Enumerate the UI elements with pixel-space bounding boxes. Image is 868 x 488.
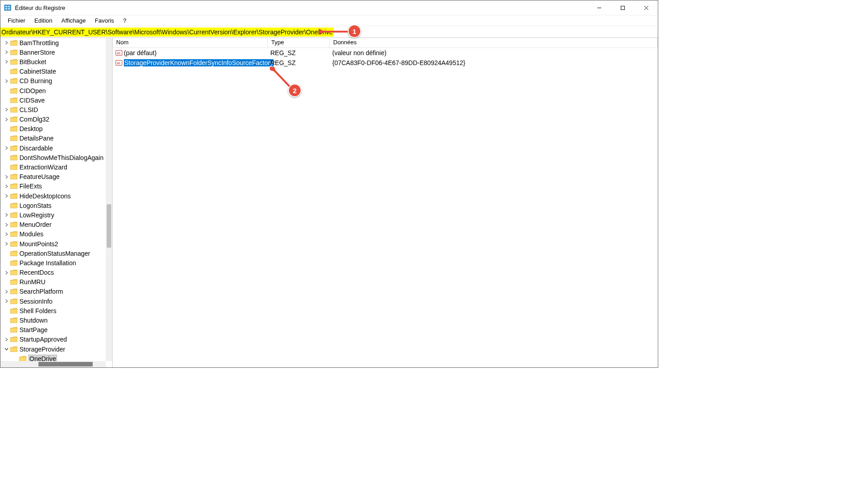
tree-node[interactable]: MenuOrder — [0, 220, 106, 230]
chevron-right-icon[interactable] — [3, 107, 9, 113]
col-data[interactable]: Données — [330, 38, 658, 47]
folder-icon — [10, 183, 18, 189]
chevron-right-icon[interactable] — [3, 49, 9, 56]
tree-node[interactable]: ExtractionWizard — [0, 162, 106, 172]
expander-placeholder — [3, 279, 9, 285]
tree-node[interactable]: DetailsPane — [0, 134, 106, 143]
tree-pane: BamThrottlingBannerStoreBitBucketCabinet… — [0, 38, 113, 367]
tree-node-label: CIDOpen — [19, 87, 46, 94]
expander-placeholder — [3, 68, 9, 75]
tree-node[interactable]: SearchPlatform — [0, 287, 106, 296]
col-name[interactable]: Nom — [113, 38, 268, 47]
address-bar[interactable]: Ordinateur\HKEY_CURRENT_USER\Software\Mi… — [0, 26, 658, 38]
value-name: StorageProviderKnownFolderSyncInfoSource… — [124, 59, 274, 66]
close-button[interactable] — [634, 0, 658, 15]
menu-view[interactable]: Affichage — [57, 16, 90, 25]
chevron-down-icon[interactable] — [3, 346, 9, 352]
chevron-right-icon[interactable] — [3, 212, 9, 218]
chevron-right-icon[interactable] — [3, 298, 9, 305]
registry-tree[interactable]: BamThrottlingBannerStoreBitBucketCabinet… — [0, 38, 106, 361]
tree-node-label: CD Burning — [19, 77, 52, 84]
tree-node[interactable]: Desktop — [0, 124, 106, 134]
folder-icon — [10, 126, 18, 132]
tree-node-label: StorageProvider — [19, 346, 65, 353]
tree-node[interactable]: CIDSave — [0, 95, 106, 105]
menu-file[interactable]: Fichier — [3, 16, 30, 25]
tree-node[interactable]: RecentDocs — [0, 268, 106, 277]
tree-node[interactable]: StartupApproved — [0, 335, 106, 344]
chevron-right-icon[interactable] — [3, 145, 9, 151]
chevron-right-icon[interactable] — [3, 221, 9, 228]
tree-node[interactable]: Package Installation — [0, 258, 106, 267]
tree-node-label: RecentDocs — [19, 269, 54, 276]
menu-fav[interactable]: Favoris — [90, 16, 119, 25]
tree-node[interactable]: Modules — [0, 230, 106, 239]
chevron-right-icon[interactable] — [3, 241, 9, 247]
titlebar: Éditeur du Registre — [0, 0, 658, 15]
expander-placeholder — [3, 327, 9, 333]
tree-node-label: DetailsPane — [19, 135, 54, 142]
tree-node[interactable]: CabinetState — [0, 67, 106, 76]
tree-node[interactable]: ComDlg32 — [0, 115, 106, 124]
chevron-right-icon[interactable] — [3, 193, 9, 199]
folder-icon — [10, 250, 18, 257]
tree-node[interactable]: FeatureUsage — [0, 172, 106, 182]
tree-node[interactable]: BamThrottling — [0, 38, 106, 47]
tree-node[interactable]: HideDesktopIcons — [0, 191, 106, 201]
scrollbar-thumb[interactable] — [38, 362, 93, 366]
maximize-button[interactable] — [611, 0, 634, 15]
tree-node-label: StartupApproved — [19, 336, 67, 343]
tree-node[interactable]: CLSID — [0, 105, 106, 114]
tree-node[interactable]: LowRegistry — [0, 210, 106, 220]
value-type: REG_SZ — [268, 49, 330, 56]
tree-node[interactable]: CIDOpen — [0, 86, 106, 95]
minimize-button[interactable] — [587, 0, 611, 15]
menu-help[interactable]: ? — [118, 16, 131, 25]
tree-node[interactable]: Discardable — [0, 143, 106, 153]
chevron-right-icon[interactable] — [3, 183, 9, 189]
tree-node[interactable]: Shutdown — [0, 315, 106, 325]
tree-node-label: SearchPlatform — [19, 288, 63, 295]
tree-node-label: FeatureUsage — [19, 173, 60, 180]
tree-node[interactable]: Shell Folders — [0, 306, 106, 315]
values-rows: ab(par défaut)REG_SZ(valeur non définie)… — [113, 48, 658, 68]
tree-node[interactable]: CD Burning — [0, 76, 106, 86]
value-row[interactable]: ab(par défaut)REG_SZ(valeur non définie) — [113, 48, 658, 58]
col-type[interactable]: Type — [268, 38, 330, 47]
tree-node[interactable]: StartPage — [0, 325, 106, 335]
tree-node[interactable]: StorageProvider — [0, 344, 106, 354]
tree-node[interactable]: RunMRU — [0, 277, 106, 287]
tree-node[interactable]: BitBucket — [0, 57, 106, 66]
tree-scrollbar-horizontal[interactable] — [0, 361, 106, 367]
tree-node-label: CIDSave — [19, 97, 45, 104]
tree-node[interactable]: LogonStats — [0, 201, 106, 210]
folder-icon — [10, 298, 18, 305]
menu-edit[interactable]: Edition — [30, 16, 57, 25]
chevron-right-icon[interactable] — [3, 288, 9, 295]
tree-scrollbar-vertical[interactable] — [106, 38, 112, 361]
scrollbar-thumb[interactable] — [107, 204, 111, 248]
tree-node[interactable]: OneDrive — [0, 354, 106, 361]
tree-node[interactable]: OperationStatusManager — [0, 249, 106, 258]
tree-node[interactable]: MountPoints2 — [0, 239, 106, 249]
tree-node[interactable]: SessionInfo — [0, 296, 106, 306]
chevron-right-icon[interactable] — [3, 78, 9, 84]
chevron-right-icon[interactable] — [3, 269, 9, 276]
tree-node[interactable]: BannerStore — [0, 47, 106, 57]
body: BamThrottlingBannerStoreBitBucketCabinet… — [0, 38, 658, 367]
svg-rect-2 — [8, 6, 10, 7]
tree-node[interactable]: FileExts — [0, 182, 106, 191]
chevron-right-icon[interactable] — [3, 174, 9, 180]
folder-icon — [10, 241, 18, 247]
folder-icon — [10, 135, 18, 141]
chevron-right-icon[interactable] — [3, 40, 9, 46]
tree-node[interactable]: DontShowMeThisDialogAgain — [0, 153, 106, 162]
expander-placeholder — [3, 164, 9, 170]
chevron-right-icon[interactable] — [3, 116, 9, 122]
chevron-right-icon[interactable] — [3, 231, 9, 237]
value-row[interactable]: abStorageProviderKnownFolderSyncInfoSour… — [113, 58, 658, 68]
chevron-right-icon[interactable] — [3, 336, 9, 343]
folder-icon — [10, 336, 18, 343]
folder-icon — [10, 269, 18, 276]
chevron-right-icon[interactable] — [3, 59, 9, 65]
